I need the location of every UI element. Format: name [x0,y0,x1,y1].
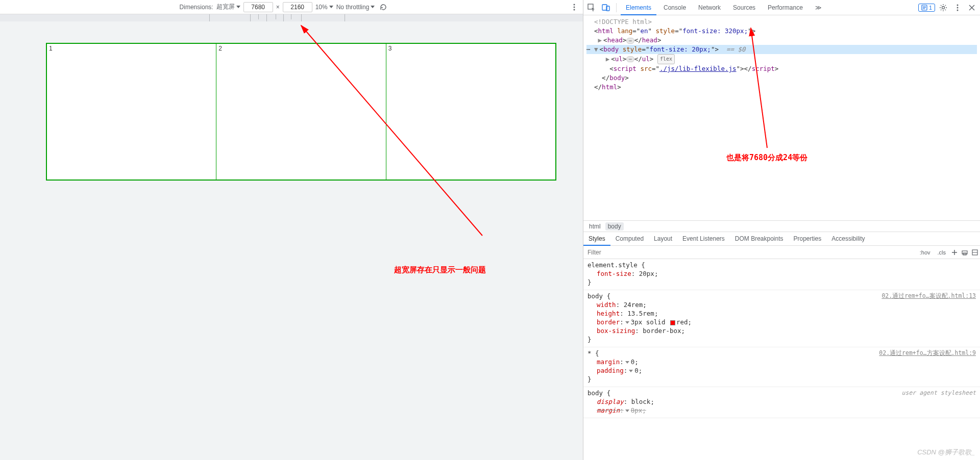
filter-input[interactable] [583,246,916,259]
rotate-icon[interactable] [378,2,389,13]
source-link[interactable]: 02.通过rem+fo…案设配.html:13 [881,292,976,300]
zoom-select[interactable]: 10% [315,4,333,11]
tab-layout[interactable]: Layout [649,232,677,246]
computed-toggle-icon[interactable] [970,247,980,258]
print-icon[interactable] [960,247,970,258]
rule-body-ua: user agent stylesheet body { display: bl… [583,387,980,418]
source-link[interactable]: 02.通过rem+fo…方案设配.html:9 [879,349,976,357]
times-label: × [276,4,280,11]
breadcrumb-html[interactable]: html [586,222,603,231]
rule-universal: 02.通过rem+fo…方案设配.html:9 * { margin:0; pa… [583,347,980,387]
cell-1: 1 [47,44,216,180]
tab-event-listeners[interactable]: Event Listeners [677,232,730,246]
svg-point-1 [574,6,575,8]
tab-sources[interactable]: Sources [728,0,761,15]
tab-dom-breakpoints[interactable]: DOM Breakpoints [730,232,789,246]
ua-label: user agent stylesheet [902,389,976,397]
rule-body-1: 02.通过rem+fo…案设配.html:13 body { width: 24… [583,290,980,347]
inspect-icon[interactable] [585,2,598,14]
annotation-right: 也是将7680分成24等份 [726,153,807,162]
devtools-pane: Elements Console Network Sources Perform… [583,0,980,460]
filter-row: :hov .cls [583,246,980,259]
svg-point-0 [574,4,575,5]
device-viewport-pane: Dimensions: 超宽屏 × 10% No throttling [0,0,583,460]
svg-point-2 [574,9,575,10]
ruler [0,14,583,21]
tab-more[interactable]: ≫ [810,0,827,15]
dom-tree[interactable]: <!DOCTYPE html> <html lang="en" style="f… [583,15,980,220]
styles-tabs: Styles Computed Layout Event Listeners D… [583,232,980,246]
elements-area: <!DOCTYPE html> <html lang="en" style="f… [583,15,980,460]
device-select[interactable]: 超宽屏 [216,3,240,11]
device-mode-icon[interactable] [600,2,612,14]
kebab-icon[interactable] [569,2,580,13]
cell-3: 3 [386,44,555,180]
breadcrumb-body[interactable]: body [605,222,624,231]
devtools-header: Elements Console Network Sources Perform… [583,0,980,15]
styles-body[interactable]: element.style { font-size: 20px; } 02.通过… [583,259,980,460]
gear-icon[interactable] [937,2,949,14]
issues-badge[interactable]: 1 [918,4,935,12]
hov-button[interactable]: :hov [916,249,934,255]
tab-computed[interactable]: Computed [610,232,649,246]
breadcrumb: html body [583,220,980,232]
viewport: 1 2 3 超宽屏存在只显示一般问题 [0,21,583,460]
kebab-icon[interactable] [951,2,964,14]
new-rule-icon[interactable] [949,247,960,258]
device-toolbar: Dimensions: 超宽屏 × 10% No throttling [0,0,583,14]
tab-elements[interactable]: Elements [621,0,656,15]
svg-point-13 [957,7,959,8]
throttling-select[interactable]: No throttling [336,4,375,11]
width-input[interactable] [243,2,273,12]
svg-point-12 [957,4,959,6]
dimensions-label: Dimensions: [180,4,213,11]
svg-point-11 [942,6,945,9]
tab-styles[interactable]: Styles [583,232,610,246]
tab-performance[interactable]: Performance [763,0,808,15]
tab-properties[interactable]: Properties [789,232,827,246]
simulated-page: 1 2 3 [46,43,556,181]
rule-element-style: element.style { font-size: 20px; } [583,259,980,290]
tab-network[interactable]: Network [693,0,726,15]
close-icon[interactable] [966,2,978,14]
tab-accessibility[interactable]: Accessibility [826,232,870,246]
tab-console[interactable]: Console [658,0,691,15]
cell-2: 2 [216,44,386,180]
annotation-left: 超宽屏存在只显示一般问题 [394,265,486,275]
svg-point-14 [957,9,959,11]
cls-button[interactable]: .cls [934,249,950,255]
height-input[interactable] [283,2,312,12]
